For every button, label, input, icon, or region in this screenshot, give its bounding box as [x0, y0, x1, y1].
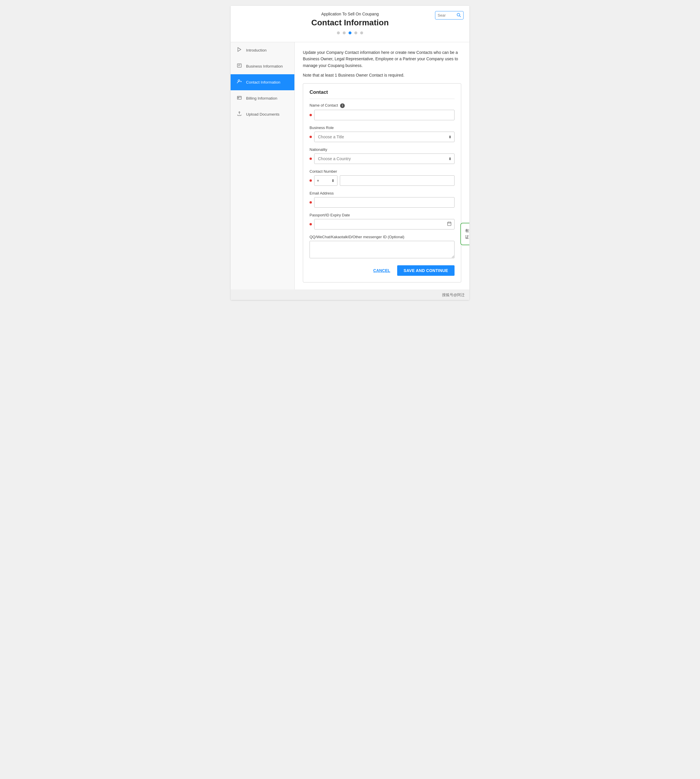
business-role-label: Business Role — [310, 125, 455, 130]
search-input[interactable] — [438, 13, 455, 17]
nationality-required-row: Choose a Country China United States Kor… — [310, 153, 455, 164]
phone-number-input[interactable] — [340, 175, 455, 186]
footer-watermark: 搜狐号@阿迁 — [231, 289, 469, 300]
search-box[interactable] — [435, 11, 463, 20]
business-role-required-row: Choose a Title Business Owner Legal Repr… — [310, 132, 455, 142]
svg-line-1 — [460, 16, 461, 17]
business-info-icon — [236, 63, 243, 70]
passport-required-row — [310, 219, 455, 230]
sidebar: Introduction Business Information — [231, 42, 295, 289]
search-icon — [456, 13, 461, 18]
email-address-input[interactable] — [314, 197, 455, 208]
name-of-contact-label: Name of Contact i — [310, 103, 455, 108]
svg-rect-11 — [238, 98, 239, 98]
name-info-icon[interactable]: i — [340, 103, 345, 108]
sidebar-item-contact-information[interactable]: Contact Information — [231, 74, 294, 90]
contact-info-icon — [236, 79, 243, 86]
email-required-dot — [310, 201, 312, 204]
sidebar-item-business-information[interactable]: Business Information — [231, 58, 294, 74]
progress-dot-1 — [337, 32, 340, 34]
date-wrapper — [314, 219, 455, 230]
name-of-contact-input[interactable] — [314, 110, 455, 120]
svg-marker-2 — [238, 47, 241, 52]
passport-expiry-input[interactable] — [314, 219, 455, 230]
email-required-row — [310, 197, 455, 208]
watermark-text: 搜狐号@阿迁 — [442, 293, 465, 297]
sidebar-item-billing-information[interactable]: Billing Information — [231, 90, 294, 106]
progress-dot-3 — [348, 32, 352, 34]
name-of-contact-group: Name of Contact i — [310, 103, 455, 120]
header-subtitle: Application To Sell On Coupang — [239, 12, 461, 16]
sidebar-label-upload-documents: Upload Documents — [246, 112, 280, 117]
email-address-group: Email Address — [310, 191, 455, 208]
cancel-button[interactable]: CANCEL — [370, 266, 393, 275]
progress-dot-5 — [360, 32, 363, 34]
sidebar-item-introduction[interactable]: Introduction — [231, 42, 294, 58]
business-role-select-wrapper: Choose a Title Business Owner Legal Repr… — [314, 132, 455, 142]
phone-code-select[interactable]: + +1 +86 +82 +81 — [314, 175, 337, 186]
introduction-icon — [236, 47, 243, 53]
main-content: Update your Company Contact information … — [295, 42, 469, 289]
nationality-select-wrapper: Choose a Country China United States Kor… — [314, 153, 455, 164]
content-note: Note that at least 1 Business Owner Cont… — [303, 73, 461, 77]
contact-number-required-dot — [310, 179, 312, 182]
content-description: Update your Company Contact information … — [303, 49, 461, 69]
contact-number-required-row: + +1 +86 +82 +81 ⬍ — [310, 175, 455, 186]
main-layout: Introduction Business Information — [231, 42, 469, 289]
passport-required-dot — [310, 223, 312, 225]
sidebar-label-business-information: Business Information — [246, 64, 283, 68]
contact-number-label: Contact Number — [310, 169, 455, 173]
business-role-select[interactable]: Choose a Title Business Owner Legal Repr… — [314, 132, 455, 142]
tooltip-box: 有效证件（护照、身份证）的有效期限。 — [460, 223, 469, 245]
name-required-row — [310, 110, 455, 120]
passport-expiry-group: Passport/ID Expiry Date — [310, 213, 455, 230]
messenger-id-group: QQ/WeChat/KakaotalkID/Other messenger ID… — [310, 235, 455, 259]
name-required-dot — [310, 114, 312, 116]
passport-expiry-label: Passport/ID Expiry Date — [310, 213, 455, 217]
progress-dot-4 — [354, 32, 357, 34]
contact-card-title: Contact — [310, 89, 455, 99]
messenger-id-input[interactable] — [310, 241, 455, 258]
tooltip-text: 有效证件（护照、身份证）的有效期限。 — [465, 228, 469, 239]
sidebar-label-introduction: Introduction — [246, 48, 267, 52]
messenger-id-label: QQ/WeChat/KakaotalkID/Other messenger ID… — [310, 235, 455, 239]
progress-dot-2 — [343, 32, 346, 34]
contact-card: Contact Name of Contact i Business Role — [303, 83, 461, 282]
phone-code-wrapper: + +1 +86 +82 +81 ⬍ — [314, 175, 337, 186]
nationality-required-dot — [310, 158, 312, 160]
header-title: Contact Information — [239, 18, 461, 27]
email-address-label: Email Address — [310, 191, 455, 195]
sidebar-label-billing-information: Billing Information — [246, 96, 277, 100]
nationality-label: Nationality — [310, 147, 455, 152]
progress-dots — [239, 32, 461, 34]
nationality-select[interactable]: Choose a Country China United States Kor… — [314, 153, 455, 164]
business-role-group: Business Role Choose a Title Business Ow… — [310, 125, 455, 142]
upload-docs-icon — [236, 111, 243, 118]
contact-number-row: + +1 +86 +82 +81 ⬍ — [314, 175, 455, 186]
nationality-group: Nationality Choose a Country China Unite… — [310, 147, 455, 164]
page-header: Application To Sell On Coupang Contact I… — [231, 6, 469, 42]
buttons-row: CANCEL SAVE AND CONTINUE — [310, 265, 455, 276]
billing-info-icon — [236, 95, 243, 102]
sidebar-label-contact-information: Contact Information — [246, 80, 280, 85]
sidebar-item-upload-documents[interactable]: Upload Documents — [231, 106, 294, 122]
contact-number-group: Contact Number + +1 +86 +82 +81 — [310, 169, 455, 186]
svg-point-6 — [238, 80, 240, 82]
business-role-required-dot — [310, 136, 312, 138]
save-and-continue-button[interactable]: SAVE AND CONTINUE — [397, 265, 455, 276]
